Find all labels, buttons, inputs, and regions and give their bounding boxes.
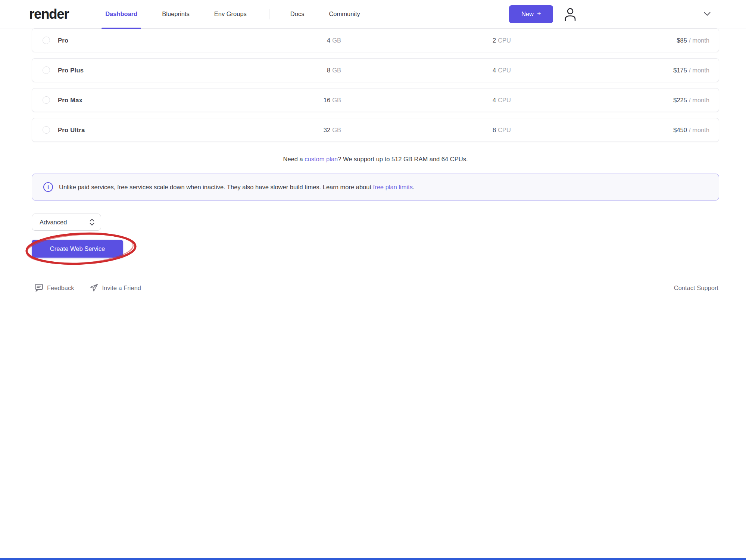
- top-navbar: render Dashboard Blueprints Env Groups D…: [0, 0, 746, 28]
- nav-tab-label: Dashboard: [105, 10, 137, 18]
- plan-name: Pro Max: [58, 97, 82, 104]
- new-button[interactable]: New +: [509, 5, 553, 23]
- nav-tab-label: Env Groups: [214, 10, 247, 18]
- free-plan-info-banner: i Unlike paid services, free services sc…: [32, 174, 719, 200]
- bottom-blue-bar: [0, 558, 746, 560]
- advanced-toggle[interactable]: Advanced: [32, 214, 101, 231]
- instance-plan-section: Pro 4GB 2CPU $85/ month Pro Plus 8GB 4CP…: [0, 28, 746, 292]
- contact-support-link[interactable]: Contact Support: [674, 284, 718, 292]
- plan-ram: 4GB: [296, 37, 341, 44]
- invite-friend-link[interactable]: Invite a Friend: [90, 284, 141, 292]
- plan-price: $450/ month: [511, 127, 709, 134]
- plan-row-pro-ultra[interactable]: Pro Ultra 32GB 8CPU $450/ month: [32, 118, 719, 142]
- feedback-label: Feedback: [47, 284, 74, 292]
- page-footer: Feedback Invite a Friend Contact Support: [32, 284, 719, 292]
- info-banner-text: Unlike paid services, free services scal…: [59, 184, 415, 191]
- invite-friend-label: Invite a Friend: [102, 284, 141, 292]
- nav-tab-blueprints[interactable]: Blueprints: [160, 0, 191, 28]
- free-plan-limits-link[interactable]: free plan limits: [373, 184, 413, 190]
- advanced-label: Advanced: [40, 219, 67, 226]
- create-web-service-button[interactable]: Create Web Service: [32, 240, 123, 258]
- nav-tab-label: Blueprints: [162, 10, 189, 18]
- custom-plan-note: Need a custom plan? We support up to 512…: [32, 155, 719, 163]
- plan-name: Pro: [58, 37, 68, 44]
- info-icon: i: [43, 182, 53, 192]
- plan-cpu: 2CPU: [341, 37, 511, 44]
- nav-divider: [269, 9, 269, 19]
- plan-ram: 8GB: [296, 67, 341, 74]
- plan-price: $225/ month: [511, 97, 709, 104]
- plus-icon: +: [537, 10, 541, 18]
- plan-row-pro[interactable]: Pro 4GB 2CPU $85/ month: [32, 28, 719, 52]
- plan-ram: 32GB: [296, 127, 341, 134]
- unfold-chevrons-icon: [89, 218, 95, 226]
- plan-name: Pro Plus: [58, 67, 84, 74]
- plan-radio[interactable]: [43, 66, 50, 74]
- nav-link-community[interactable]: Community: [327, 0, 362, 28]
- render-logo[interactable]: render: [29, 6, 69, 22]
- custom-plan-link[interactable]: custom plan: [305, 156, 338, 162]
- contact-support-label: Contact Support: [674, 284, 718, 292]
- new-button-label: New: [521, 10, 534, 18]
- paper-plane-icon: [90, 284, 98, 292]
- plan-cpu: 8CPU: [341, 127, 511, 134]
- nav-link-label: Docs: [290, 10, 305, 18]
- chevron-down-icon[interactable]: [704, 12, 711, 16]
- plan-price: $85/ month: [511, 37, 709, 44]
- plan-row-pro-max[interactable]: Pro Max 16GB 4CPU $225/ month: [32, 88, 719, 112]
- plan-radio[interactable]: [43, 96, 50, 104]
- plan-radio[interactable]: [43, 126, 50, 134]
- plan-row-pro-plus[interactable]: Pro Plus 8GB 4CPU $175/ month: [32, 58, 719, 82]
- plan-cpu: 4CPU: [341, 97, 511, 104]
- plan-name: Pro Ultra: [58, 127, 85, 134]
- plan-radio[interactable]: [43, 37, 50, 44]
- create-button-area: Create Web Service: [32, 240, 166, 258]
- feedback-bubble-icon: [35, 284, 43, 292]
- plan-cpu: 4CPU: [341, 67, 511, 74]
- plan-table: Pro 4GB 2CPU $85/ month Pro Plus 8GB 4CP…: [32, 28, 719, 142]
- nav-tab-env-groups[interactable]: Env Groups: [212, 0, 249, 28]
- nav-link-docs[interactable]: Docs: [288, 0, 307, 28]
- nav-link-label: Community: [329, 10, 360, 18]
- plan-price: $175/ month: [511, 67, 709, 74]
- feedback-link[interactable]: Feedback: [35, 284, 74, 292]
- nav-tab-dashboard[interactable]: Dashboard: [103, 0, 140, 28]
- user-account-icon[interactable]: [564, 7, 577, 22]
- plan-ram: 16GB: [296, 97, 341, 104]
